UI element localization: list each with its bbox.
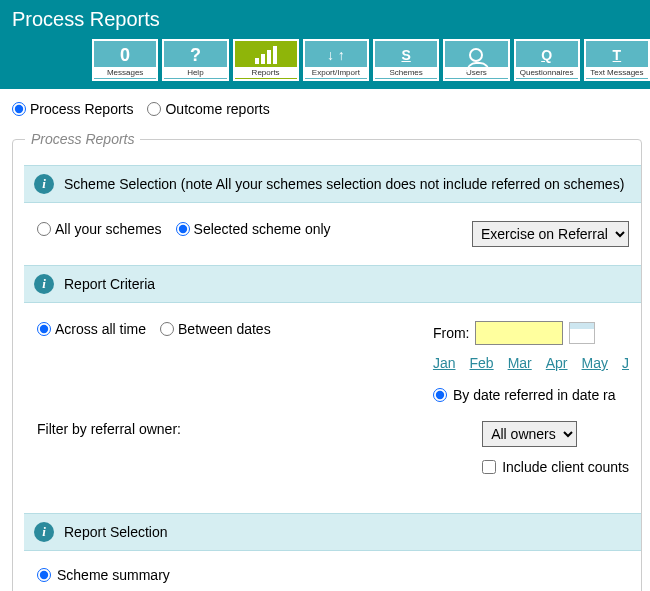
user-icon — [469, 43, 483, 67]
outcome-reports-radio[interactable]: Outcome reports — [147, 101, 269, 117]
question-icon: ? — [190, 43, 201, 67]
main-toolbar: 0 Messages ? Help Reports ↓ ↑ Export/Imp… — [12, 39, 650, 81]
info-icon: i — [34, 174, 54, 194]
export-import-button[interactable]: ↓ ↑ Export/Import — [303, 39, 369, 81]
report-selection-radio-group: Scheme summary Referrals by referring or… — [25, 551, 641, 591]
fieldset-legend: Process Reports — [25, 131, 140, 147]
month-link-feb[interactable]: Feb — [470, 355, 494, 371]
filter-owner-label: Filter by referral owner: — [37, 421, 181, 437]
scheme-select[interactable]: Exercise on Referral — [472, 221, 629, 247]
owner-select[interactable]: All owners — [482, 421, 577, 447]
selected-scheme-radio[interactable]: Selected scheme only — [176, 221, 331, 237]
users-button[interactable]: Users — [443, 39, 509, 81]
from-date-input[interactable] — [475, 321, 563, 345]
calendar-icon[interactable] — [569, 322, 595, 344]
help-button[interactable]: ? Help — [162, 39, 228, 81]
report-criteria-header: i Report Criteria — [24, 265, 641, 303]
month-link-jun[interactable]: J — [622, 355, 629, 371]
text-messages-button[interactable]: T Text Messages — [584, 39, 650, 81]
report-type-radio-group: Process Reports Outcome reports — [12, 101, 642, 117]
month-shortcuts: Jan Feb Mar Apr May J — [433, 355, 629, 371]
schemes-icon: S — [401, 43, 410, 67]
between-dates-radio[interactable]: Between dates — [160, 321, 271, 337]
include-client-counts-checkbox[interactable]: Include client counts — [482, 447, 629, 495]
messages-count: 0 — [120, 43, 130, 67]
all-schemes-radio[interactable]: All your schemes — [37, 221, 162, 237]
month-link-may[interactable]: May — [582, 355, 608, 371]
messages-button[interactable]: 0 Messages — [92, 39, 158, 81]
text-messages-icon: T — [613, 43, 622, 67]
schemes-button[interactable]: S Schemes — [373, 39, 439, 81]
reports-button[interactable]: Reports — [233, 39, 299, 81]
scheme-selection-header: i Scheme Selection (note All your scheme… — [24, 165, 641, 203]
month-link-mar[interactable]: Mar — [508, 355, 532, 371]
scheme-scope-radio-group: All your schemes Selected scheme only — [37, 221, 331, 237]
questionnaires-icon: Q — [541, 43, 552, 67]
across-all-time-radio[interactable]: Across all time — [37, 321, 146, 337]
info-icon: i — [34, 522, 54, 542]
process-reports-radio[interactable]: Process Reports — [12, 101, 133, 117]
page-header: Process Reports 0 Messages ? Help Report… — [0, 0, 650, 89]
month-link-apr[interactable]: Apr — [546, 355, 568, 371]
by-date-referred-radio[interactable]: By date referred in date ra — [433, 387, 616, 403]
questionnaires-button[interactable]: Q Questionnaires — [514, 39, 580, 81]
bar-chart-icon — [255, 43, 277, 67]
month-link-jan[interactable]: Jan — [433, 355, 456, 371]
report-selection-header: i Report Selection — [24, 513, 641, 551]
time-range-radio-group: Across all time Between dates — [37, 321, 271, 337]
page-title: Process Reports — [12, 8, 650, 31]
export-import-icon: ↓ ↑ — [327, 43, 345, 67]
scheme-summary-radio[interactable]: Scheme summary — [37, 567, 629, 583]
process-reports-fieldset: Process Reports i Scheme Selection (note… — [12, 131, 642, 591]
info-icon: i — [34, 274, 54, 294]
from-label: From: — [433, 325, 470, 341]
